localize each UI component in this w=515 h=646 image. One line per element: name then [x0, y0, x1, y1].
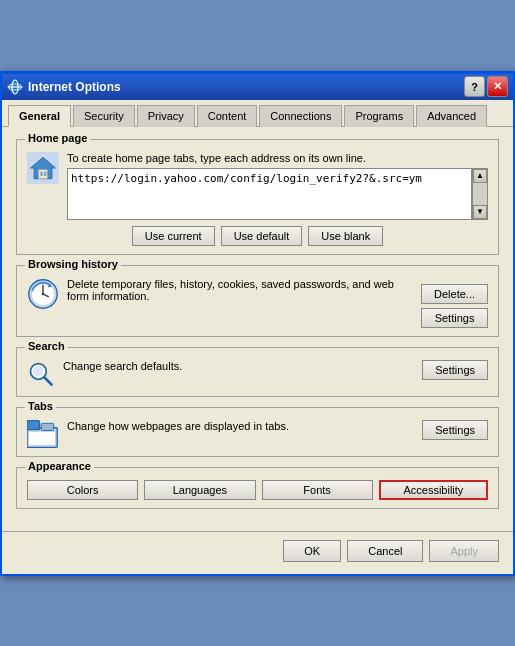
- tabs-icon: [27, 420, 59, 448]
- ok-button[interactable]: OK: [283, 540, 341, 562]
- delete-button[interactable]: Delete...: [421, 284, 488, 304]
- ie-icon: [7, 79, 23, 95]
- svg-point-13: [42, 292, 45, 295]
- use-default-button[interactable]: Use default: [221, 226, 303, 246]
- svg-rect-8: [44, 171, 47, 175]
- browsing-history-buttons: Delete... Settings: [421, 284, 488, 328]
- svg-rect-20: [41, 423, 53, 430]
- title-bar-buttons: ? ✕: [464, 76, 508, 97]
- home-page-section: Home page To create home page tabs, type…: [16, 139, 499, 255]
- home-page-description: To create home page tabs, type each addr…: [67, 152, 488, 164]
- browsing-history-settings-button[interactable]: Settings: [421, 308, 488, 328]
- tabs-label: Tabs: [25, 400, 56, 412]
- tab-advanced[interactable]: Advanced: [416, 105, 487, 127]
- appearance-section: Appearance Colors Languages Fonts Access…: [16, 467, 499, 509]
- cancel-button[interactable]: Cancel: [347, 540, 423, 562]
- tab-general[interactable]: General: [8, 105, 71, 127]
- svg-rect-19: [27, 420, 39, 429]
- scroll-track: [473, 183, 487, 205]
- tab-privacy[interactable]: Privacy: [137, 105, 195, 127]
- tab-security[interactable]: Security: [73, 105, 135, 127]
- footer: OK Cancel Apply: [2, 531, 513, 574]
- tab-bar: General Security Privacy Content Connect…: [2, 100, 513, 127]
- scroll-down-button[interactable]: ▼: [473, 205, 487, 219]
- home-page-url-input[interactable]: https://login.yahoo.com/config/login_ver…: [67, 168, 472, 220]
- title-bar: Internet Options ? ✕: [2, 74, 513, 100]
- search-content: Change search defaults. Settings: [27, 360, 488, 388]
- search-description: Change search defaults.: [63, 360, 414, 372]
- search-label: Search: [25, 340, 68, 352]
- home-page-content: To create home page tabs, type each addr…: [27, 152, 488, 220]
- home-icon: [27, 152, 59, 184]
- tab-programs[interactable]: Programs: [344, 105, 414, 127]
- browsing-history-description: Delete temporary files, history, cookies…: [67, 278, 413, 302]
- tab-connections[interactable]: Connections: [259, 105, 342, 127]
- browsing-history-section: Browsing history Delete temporary files,…: [16, 265, 499, 337]
- svg-rect-7: [40, 171, 43, 175]
- tab-content[interactable]: Content: [197, 105, 258, 127]
- search-settings-button[interactable]: Settings: [422, 360, 488, 380]
- scroll-up-button[interactable]: ▲: [473, 169, 487, 183]
- svg-line-17: [45, 377, 52, 384]
- close-button[interactable]: ✕: [487, 76, 508, 97]
- url-scrollbar: ▲ ▼: [472, 168, 488, 220]
- url-row: https://login.yahoo.com/config/login_ver…: [67, 168, 488, 220]
- appearance-label: Appearance: [25, 460, 94, 472]
- internet-options-window: Internet Options ? ✕ General Security Pr…: [0, 71, 515, 576]
- search-icon: [27, 360, 55, 388]
- history-icon: [27, 278, 59, 310]
- tabs-description: Change how webpages are displayed in tab…: [67, 420, 414, 432]
- colors-button[interactable]: Colors: [27, 480, 138, 500]
- use-blank-button[interactable]: Use blank: [308, 226, 383, 246]
- home-page-label: Home page: [25, 132, 90, 144]
- tabs-content: Change how webpages are displayed in tab…: [27, 420, 488, 448]
- title-bar-left: Internet Options: [7, 79, 121, 95]
- apply-button[interactable]: Apply: [429, 540, 499, 562]
- help-button[interactable]: ?: [464, 76, 485, 97]
- svg-rect-21: [29, 431, 56, 445]
- appearance-buttons: Colors Languages Fonts Accessibility: [27, 480, 488, 500]
- browsing-history-content: Delete temporary files, history, cookies…: [27, 278, 488, 328]
- use-current-button[interactable]: Use current: [132, 226, 215, 246]
- browsing-history-label: Browsing history: [25, 258, 121, 270]
- tabs-settings-button[interactable]: Settings: [422, 420, 488, 440]
- svg-point-16: [33, 366, 44, 377]
- fonts-button[interactable]: Fonts: [262, 480, 373, 500]
- home-page-input-area: To create home page tabs, type each addr…: [67, 152, 488, 220]
- home-page-buttons: Use current Use default Use blank: [27, 226, 488, 246]
- accessibility-button[interactable]: Accessibility: [379, 480, 488, 500]
- browsing-history-text-area: Delete temporary files, history, cookies…: [67, 278, 413, 302]
- main-content: Home page To create home page tabs, type…: [2, 127, 513, 531]
- search-section: Search Change search defaults. Settings: [16, 347, 499, 397]
- window-title: Internet Options: [28, 80, 121, 94]
- languages-button[interactable]: Languages: [144, 480, 255, 500]
- tabs-section: Tabs Change how webpages are displayed i…: [16, 407, 499, 457]
